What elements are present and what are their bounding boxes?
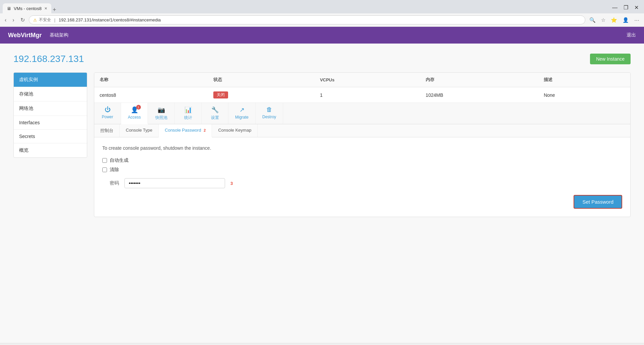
access-icon: 👤 1 [131, 106, 138, 114]
clear-label[interactable]: 清除 [102, 167, 622, 173]
bookmark-button[interactable]: ⭐ [609, 16, 619, 24]
tab-migrate[interactable]: ↗ Migrate [228, 103, 256, 124]
tab-power-label: Power [102, 115, 113, 119]
clear-checkbox[interactable] [102, 167, 107, 172]
password-field-row: 密码 3 [102, 178, 622, 188]
tab-stats[interactable]: 📊 统计 [175, 103, 202, 124]
page-header: 192.168.237.131 New Instance [13, 54, 631, 64]
lock-icon: ⚠ [33, 18, 37, 22]
vm-table: 名称 状态 VCPUs 内存 描述 centos8 关闭 1 1024M [94, 73, 630, 103]
main-content: 192.168.237.131 New Instance 虚机实例 存储池 网络… [0, 44, 644, 343]
sidebar-item-secrets[interactable]: Secrets [14, 130, 87, 143]
camera-icon: 📷 [158, 106, 165, 114]
password-tab-badge: 2 [204, 128, 206, 132]
tab-power[interactable]: ⏻ Power [94, 103, 121, 124]
col-vcpus: VCPUs [315, 73, 420, 87]
browser-chrome: 🖥 VMs - centos8 ✕ + — ❐ ✕ ‹ › ↻ ⚠ 不安全 | … [0, 0, 644, 27]
password-label: 密码 [102, 180, 119, 186]
tab-close-button[interactable]: ✕ [44, 6, 47, 11]
tab-title: VMs - centos8 [14, 6, 42, 11]
col-status: 状态 [208, 73, 315, 87]
subtab-console[interactable]: 控制台 [94, 124, 120, 137]
sub-tabs: 控制台 Console Type Console Password 2 Cons… [94, 124, 630, 137]
menu-button[interactable]: ⋯ [632, 16, 641, 24]
table-header-row: 名称 状态 VCPUs 内存 描述 [94, 73, 630, 87]
tab-snapshots[interactable]: 📷 快照池 [148, 103, 175, 124]
vm-desc: None [538, 87, 630, 103]
subtab-console-keymap[interactable]: Console Keymap [212, 124, 258, 137]
password-input[interactable] [124, 178, 225, 188]
tab-stats-label: 统计 [184, 115, 192, 121]
form-group-checkboxes: 自动生成 清除 [102, 157, 622, 173]
sidebar-item-network[interactable]: 网络池 [14, 101, 87, 116]
power-icon: ⏻ [105, 106, 111, 113]
search-button[interactable]: 🔍 [587, 16, 598, 24]
tab-icon: 🖥 [7, 6, 11, 11]
top-nav: WebVirtMgr 基础架构 退出 [0, 27, 644, 44]
subtab-console-type[interactable]: Console Type [120, 124, 159, 137]
sidebar-item-storage[interactable]: 存储池 [14, 87, 87, 101]
auto-generate-text: 自动生成 [110, 157, 128, 163]
vm-memory: 1024MB [420, 87, 538, 103]
action-tabs: ⏻ Power 👤 1 Access 📷 快照池 📊 统计 [94, 103, 630, 124]
col-desc: 描述 [538, 73, 630, 87]
vm-name: centos8 [94, 87, 208, 103]
back-button[interactable]: ‹ [3, 16, 8, 24]
browser-tab[interactable]: 🖥 VMs - centos8 ✕ [3, 3, 51, 13]
page-title: 192.168.237.131 [13, 54, 84, 64]
tab-access[interactable]: 👤 1 Access [121, 103, 148, 124]
tab-settings[interactable]: 🔧 设置 [202, 103, 228, 124]
close-button[interactable]: ✕ [632, 3, 641, 12]
subtab-console-password[interactable]: Console Password 2 [159, 124, 212, 137]
vm-vcpus: 1 [315, 87, 420, 103]
set-password-button[interactable]: Set Password [574, 195, 622, 209]
minimize-button[interactable]: — [609, 3, 620, 12]
info-text: To create console password, shutdown the… [102, 145, 622, 151]
separator: | [54, 17, 55, 22]
layout: 虚机实例 存储池 网络池 Interfaces Secrets 概览 名称 状态… [13, 72, 631, 217]
col-name: 名称 [94, 73, 208, 87]
sidebar-item-vms[interactable]: 虚机实例 [14, 73, 87, 87]
set-password-btn-wrapper: Set Password [102, 195, 622, 209]
address-bar[interactable]: ⚠ 不安全 | 192.168.237.131/instance/1/cento… [29, 15, 585, 24]
insecure-label: 不安全 [39, 17, 51, 23]
url-text: 192.168.237.131/instance/1/centos8/#inst… [59, 17, 581, 22]
vm-status: 关闭 [208, 87, 315, 103]
migrate-icon: ↗ [239, 106, 245, 114]
tab-access-label: Access [128, 115, 141, 120]
nav-actions: 🔍 ☆ ⭐ 👤 ⋯ [587, 16, 641, 24]
content-area: To create console password, shutdown the… [94, 137, 630, 217]
nav-link-infrastructure[interactable]: 基础架构 [50, 32, 68, 38]
col-memory: 内存 [420, 73, 538, 87]
sidebar: 虚机实例 存储池 网络池 Interfaces Secrets 概览 [13, 72, 87, 158]
status-bar: 192.168.237.131/instance/1/centos8/#cons… [0, 343, 644, 345]
tab-destroy-label: Destroy [262, 115, 276, 119]
auto-generate-checkbox[interactable] [102, 158, 107, 163]
sidebar-item-interfaces[interactable]: Interfaces [14, 116, 87, 130]
refresh-button[interactable]: ↻ [18, 15, 27, 24]
access-badge: 1 [136, 105, 141, 110]
profile-button[interactable]: 👤 [621, 16, 631, 24]
main-panel: 名称 状态 VCPUs 内存 描述 centos8 关闭 1 1024M [94, 72, 631, 217]
table-row: centos8 关闭 1 1024MB None [94, 87, 630, 103]
status-badge: 关闭 [213, 91, 228, 98]
sidebar-item-overview[interactable]: 概览 [14, 143, 87, 157]
tab-destroy[interactable]: 🗑 Destroy [256, 103, 283, 124]
tab-migrate-label: Migrate [235, 115, 249, 120]
maximize-button[interactable]: ❐ [621, 3, 631, 12]
browser-nav-bar: ‹ › ↻ ⚠ 不安全 | 192.168.237.131/instance/1… [0, 13, 644, 27]
settings-icon: 🔧 [211, 106, 219, 114]
new-tab-button[interactable]: + [53, 6, 56, 13]
tab-settings-label: 设置 [211, 115, 219, 121]
bookmark-star-button[interactable]: ☆ [599, 16, 607, 24]
forward-button[interactable]: › [10, 16, 16, 24]
auto-generate-label[interactable]: 自动生成 [102, 157, 622, 163]
clear-text: 清除 [110, 167, 119, 173]
password-badge: 3 [230, 181, 233, 186]
new-instance-button[interactable]: New Instance [590, 54, 631, 64]
chart-icon: 📊 [184, 106, 192, 114]
tab-snapshots-label: 快照池 [155, 115, 167, 121]
destroy-icon: 🗑 [266, 106, 272, 113]
brand-logo: WebVirtMgr [8, 32, 42, 39]
logout-button[interactable]: 退出 [627, 32, 636, 38]
